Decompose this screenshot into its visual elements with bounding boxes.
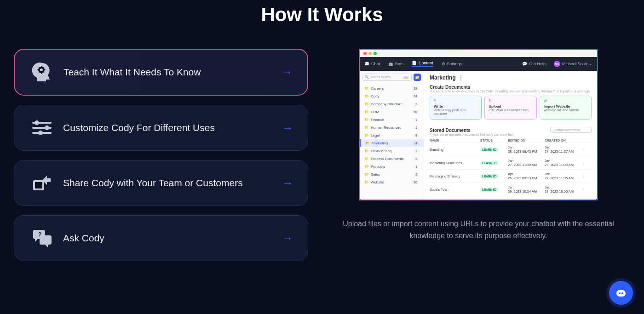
nav-get-help[interactable]: 💬Get Help — [522, 62, 546, 66]
add-folder-button[interactable]: 📁 — [414, 74, 421, 81]
folder-item[interactable]: 📁CRM56 — [360, 108, 424, 116]
folder-name: Human Resources — [371, 126, 401, 130]
folder-item[interactable]: 📁Sales2 — [360, 171, 424, 178]
table-row[interactable]: BrandingLEARNEDJan28, 2023 08:43 PMJan27… — [430, 143, 592, 156]
folder-count: 8 — [414, 134, 419, 137]
folder-item[interactable]: 📁On-Boarding1 — [360, 147, 424, 155]
avatar: MS — [554, 61, 560, 67]
status-badge: LEARNED — [480, 188, 498, 192]
minimize-dot-icon — [368, 52, 372, 55]
folder-item[interactable]: 📁Finance1 — [360, 116, 424, 124]
user-menu[interactable]: MSMichael Scott⌄ — [554, 61, 592, 67]
folder-item[interactable]: 📁Products1 — [360, 163, 424, 171]
nav-chat[interactable]: 💬Chat — [364, 62, 380, 66]
folder-name: Process Documents — [371, 157, 404, 161]
doc-edited: Jan27, 2023 11:39 AM — [508, 159, 545, 167]
folder-count: 34 — [412, 95, 419, 98]
tile-sub: PDF, Word or Powerpoint files — [489, 108, 532, 112]
tile-title: Write — [434, 104, 477, 108]
search-documents-input[interactable]: Search documents — [550, 127, 592, 133]
doc-name: Marketing Guidelines — [430, 161, 480, 165]
close-dot-icon — [363, 52, 367, 55]
search-folders-input[interactable]: 🔍 Search folders... ⌘K — [362, 74, 412, 81]
folder-name: Sales — [371, 172, 380, 177]
kebab-icon[interactable]: ⋮ — [458, 74, 464, 81]
folder-name: Company Structure — [371, 102, 402, 106]
tile-import[interactable]: 🔗 Import Website Webpage with text conte… — [540, 96, 592, 120]
chat-icon: 💬 — [364, 62, 369, 66]
row-menu-icon[interactable]: ⋮ — [581, 148, 586, 152]
tile-title: Import Website — [544, 104, 587, 108]
folder-count: 1 — [414, 126, 419, 129]
doc-name: Branding — [430, 148, 480, 152]
svg-point-12 — [619, 292, 621, 294]
step-label: Share Cody with Your Team or Customers — [63, 177, 282, 188]
chat-fab-button[interactable] — [609, 281, 633, 305]
step-ask[interactable]: ? Ask Cody → — [14, 215, 308, 261]
folder-icon: 📁 — [364, 94, 369, 98]
table-row[interactable]: Scott's TotsLEARNEDJan29, 2023 10:54 AMJ… — [430, 183, 592, 196]
folder-item[interactable]: 📁Cody34 — [360, 92, 424, 100]
folder-item[interactable]: 📁Careers29 — [360, 85, 424, 92]
folder-icon: 📁 — [364, 180, 369, 184]
arrow-right-icon: → — [282, 66, 293, 79]
app-screenshot: 💬Chat 🤖Bots 📄Content ⚙Settings 💬Get Help… — [359, 49, 598, 200]
folder-icon: 📁 — [364, 133, 369, 137]
arrow-right-icon: → — [282, 232, 293, 245]
col-status: STATUS — [480, 139, 508, 143]
window-chrome — [360, 50, 597, 57]
doc-edited: Apr26, 2023 09:13 PM — [508, 172, 545, 180]
step-label: Customize Cody For Different Uses — [63, 122, 282, 133]
folder-count: 1 — [414, 149, 419, 153]
search-kbd: ⌘K — [403, 76, 409, 79]
nav-content[interactable]: 📄Content — [412, 61, 433, 67]
doc-created: Jan27, 2023 11:39 AM — [545, 159, 581, 167]
page-heading: How It Works — [0, 0, 644, 26]
step-share[interactable]: Share Cody with Your Team or Customers → — [14, 160, 308, 206]
table-row[interactable]: Messaging StrategyLEARNEDApr26, 2023 09:… — [430, 169, 592, 183]
step-teach[interactable]: Teach It What It Needs To Know → — [14, 49, 308, 96]
create-docs-sub: You can create a new document in this fo… — [430, 90, 592, 93]
table-row[interactable]: Marketing GuidelinesLEARNEDJan27, 2023 1… — [430, 156, 592, 169]
tile-write[interactable]: ✎ Write Write or copy paste your documen… — [430, 96, 482, 120]
folder-item[interactable]: 📁Process Documents2 — [360, 155, 424, 163]
folder-count: 2 — [414, 157, 419, 160]
folder-item[interactable]: 📁Website36 — [360, 178, 424, 186]
nav-label: Settings — [447, 62, 462, 66]
sliders-icon — [29, 117, 55, 138]
row-menu-icon[interactable]: ⋮ — [581, 174, 586, 178]
folder-item[interactable]: 📁Company Structure2 — [360, 100, 424, 108]
svg-point-7 — [38, 131, 43, 135]
folder-name: CRM — [371, 110, 379, 114]
nav-bots[interactable]: 🤖Bots — [388, 62, 403, 66]
svg-point-13 — [621, 292, 623, 294]
nav-label: Get Help — [529, 62, 546, 66]
nav-label: Bots — [395, 62, 403, 66]
pencil-icon: ✎ — [434, 99, 477, 103]
step-customize[interactable]: Customize Cody For Different Uses → — [14, 105, 308, 151]
gear-head-icon — [29, 62, 55, 83]
chat-question-icon: ? — [29, 228, 55, 249]
folder-name: Careers — [371, 86, 384, 91]
folder-count: 4 — [414, 142, 419, 145]
tile-upload[interactable]: ⬆ Upload PDF, Word or Powerpoint files — [484, 96, 536, 120]
step-label: Teach It What It Needs To Know — [63, 67, 282, 78]
chevron-down-icon: ⌄ — [589, 62, 592, 66]
folder-item[interactable]: 📂Marketing4 — [360, 139, 424, 147]
nav-settings[interactable]: ⚙Settings — [442, 62, 462, 66]
folder-sidebar: 🔍 Search folders... ⌘K 📁 📁Careers29📁Cody… — [360, 71, 424, 200]
doc-name: Messaging Strategy — [430, 174, 480, 178]
folder-item[interactable]: 📁Legal8 — [360, 131, 424, 139]
status-badge: LEARNED — [480, 148, 498, 152]
folder-count: 56 — [412, 110, 419, 114]
folder-item[interactable]: 📁Human Resources1 — [360, 124, 424, 131]
folder-name: Finance — [371, 118, 384, 122]
step-caption: Upload files or import content using URL… — [340, 218, 616, 241]
row-menu-icon[interactable]: ⋮ — [581, 161, 586, 165]
doc-name: Scott's Tots — [430, 188, 480, 192]
help-icon: 💬 — [522, 62, 527, 66]
folder-name: Cody — [371, 94, 380, 98]
folder-icon: 📁 — [364, 126, 369, 130]
row-menu-icon[interactable]: ⋮ — [581, 188, 586, 192]
step-label: Ask Cody — [63, 233, 282, 244]
